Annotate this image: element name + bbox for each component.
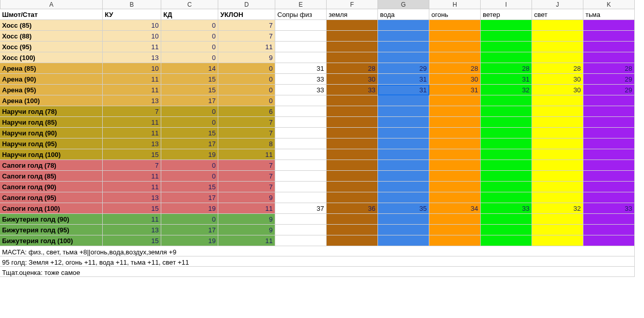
cell-elem[interactable] [583,20,635,31]
row-label[interactable]: Хосс (100) [0,52,103,63]
cell-kd[interactable]: 19 [161,235,218,246]
cell-elem[interactable]: 37 [275,203,327,214]
cell-elem[interactable] [378,192,429,203]
cell-elem[interactable] [275,42,327,52]
cell-elem[interactable] [327,192,378,203]
header-cell-b[interactable]: КУ [103,9,161,20]
cell-elem[interactable] [583,225,635,235]
cell-kd[interactable]: 0 [161,117,218,128]
cell-uklon[interactable]: 11 [218,235,275,246]
cell-kd[interactable]: 17 [161,192,218,203]
column-header-D[interactable]: D [218,0,275,9]
cell-elem[interactable] [378,95,429,106]
cell-ku[interactable]: 11 [103,85,161,95]
row-label[interactable]: Арена (90) [0,74,103,85]
header-cell-c[interactable]: КД [161,9,218,20]
cell-uklon[interactable]: 8 [218,138,275,149]
cell-elem[interactable] [429,128,481,138]
cell-ku[interactable]: 15 [103,149,161,160]
header-cell-E[interactable]: Сопры физ [275,9,327,20]
cell-uklon[interactable]: 7 [218,20,275,31]
row-label[interactable]: Хосс (95) [0,42,103,52]
cell-uklon[interactable]: 9 [218,52,275,63]
cell-elem[interactable] [532,138,583,149]
cell-elem[interactable] [481,192,532,203]
cell-elem[interactable]: 30 [429,74,481,85]
cell-uklon[interactable]: 7 [218,171,275,182]
header-cell-J[interactable]: свет [532,9,583,20]
cell-elem[interactable] [327,182,378,192]
cell-kd[interactable]: 0 [161,160,218,171]
cell-elem[interactable]: 28 [583,63,635,74]
cell-elem[interactable] [378,160,429,171]
cell-elem[interactable]: 31 [481,74,532,85]
cell-ku[interactable]: 11 [103,128,161,138]
cell-elem[interactable] [327,235,378,246]
cell-elem[interactable] [327,106,378,117]
cell-elem[interactable] [275,149,327,160]
column-header-B[interactable]: B [103,0,161,9]
cell-elem[interactable] [583,214,635,225]
cell-elem[interactable] [583,192,635,203]
cell-elem[interactable] [275,192,327,203]
cell-elem[interactable] [429,42,481,52]
cell-elem[interactable] [275,20,327,31]
cell-elem[interactable] [275,160,327,171]
cell-elem[interactable] [378,149,429,160]
cell-elem[interactable] [275,235,327,246]
cell-uklon[interactable]: 0 [218,85,275,95]
cell-elem[interactable] [378,128,429,138]
cell-elem[interactable] [327,138,378,149]
cell-ku[interactable]: 10 [103,20,161,31]
cell-kd[interactable]: 15 [161,74,218,85]
cell-kd[interactable]: 15 [161,182,218,192]
header-cell-H[interactable]: огонь [429,9,481,20]
cell-elem[interactable] [327,225,378,235]
cell-elem[interactable] [583,235,635,246]
cell-elem[interactable]: 33 [583,203,635,214]
cell-ku[interactable]: 11 [103,42,161,52]
cell-elem[interactable]: 29 [583,74,635,85]
cell-kd[interactable]: 17 [161,138,218,149]
cell-elem[interactable] [583,117,635,128]
cell-elem[interactable] [532,160,583,171]
cell-elem[interactable] [532,149,583,160]
column-header-C[interactable]: C [161,0,218,9]
cell-elem[interactable] [275,225,327,235]
cell-elem[interactable] [481,117,532,128]
cell-elem[interactable] [429,31,481,42]
cell-elem[interactable] [429,214,481,225]
header-cell-K[interactable]: тьма [583,9,635,20]
cell-elem[interactable]: 31 [429,85,481,95]
cell-uklon[interactable]: 9 [218,225,275,235]
cell-ku[interactable]: 15 [103,235,161,246]
header-cell-F[interactable]: земля [327,9,378,20]
cell-kd[interactable]: 0 [161,42,218,52]
cell-elem[interactable] [583,171,635,182]
cell-elem[interactable] [429,117,481,128]
cell-elem[interactable] [583,42,635,52]
cell-elem[interactable] [429,160,481,171]
cell-elem[interactable] [481,128,532,138]
cell-elem[interactable] [327,128,378,138]
cell-elem[interactable] [275,31,327,42]
cell-uklon[interactable]: 7 [218,128,275,138]
cell-elem[interactable] [481,171,532,182]
cell-ku[interactable]: 11 [103,171,161,182]
cell-ku[interactable]: 13 [103,138,161,149]
cell-elem[interactable] [532,20,583,31]
cell-elem[interactable] [532,106,583,117]
cell-kd[interactable]: 15 [161,85,218,95]
cell-elem[interactable] [429,182,481,192]
cell-elem[interactable] [378,117,429,128]
cell-elem[interactable] [378,42,429,52]
cell-kd[interactable]: 19 [161,203,218,214]
row-label[interactable]: Арена (85) [0,63,103,74]
cell-kd[interactable]: 19 [161,149,218,160]
cell-uklon[interactable]: 11 [218,42,275,52]
cell-elem[interactable] [429,106,481,117]
cell-elem[interactable] [378,235,429,246]
cell-kd[interactable]: 0 [161,20,218,31]
cell-elem[interactable] [429,235,481,246]
cell-elem[interactable] [378,20,429,31]
